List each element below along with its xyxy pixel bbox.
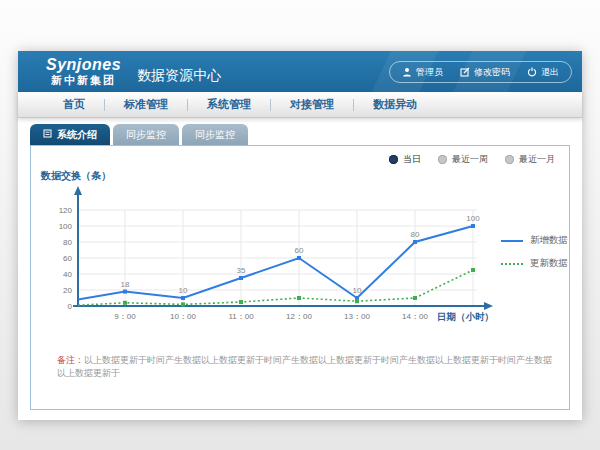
logo-name: Synjones bbox=[46, 56, 121, 74]
app-window: Synjones 新中新集团 数据资源中心 管理员 修改密码 退出 bbox=[18, 51, 582, 420]
svg-text:10: 10 bbox=[353, 286, 362, 295]
user-icon bbox=[402, 67, 412, 77]
logo-subtitle: 新中新集团 bbox=[46, 74, 121, 87]
nav-item-standards[interactable]: 标准管理 bbox=[105, 97, 187, 112]
edit-icon bbox=[460, 67, 470, 77]
svg-text:11：00: 11：00 bbox=[228, 312, 254, 321]
svg-text:14：00: 14：00 bbox=[402, 312, 428, 321]
svg-text:18: 18 bbox=[121, 280, 130, 289]
main-nav: 首页 标准管理 系统管理 对接管理 数据异动 bbox=[18, 92, 582, 118]
chart-legend: 新增数据 更新数据 bbox=[501, 234, 568, 270]
document-icon bbox=[43, 129, 52, 140]
svg-text:20: 20 bbox=[63, 286, 72, 295]
svg-text:35: 35 bbox=[237, 266, 246, 275]
svg-text:9：00: 9：00 bbox=[114, 312, 136, 321]
footnote: 备注：以上数据更新于时间产生数据以上数据更新于时间产生数据以上数据更新于时间产生… bbox=[57, 354, 555, 379]
radio-dot bbox=[438, 155, 447, 164]
legend-label: 新增数据 bbox=[530, 234, 568, 247]
tab-sync-monitor-2[interactable]: 同步监控 bbox=[182, 124, 248, 145]
user-toolbar: 管理员 修改密码 退出 bbox=[389, 61, 572, 83]
legend-line-sample-solid bbox=[501, 240, 523, 242]
footnote-text: 以上数据更新于时间产生数据以上数据更新于时间产生数据以上数据更新于时间产生数据以… bbox=[57, 355, 552, 378]
page-title: 数据资源中心 bbox=[137, 67, 221, 85]
svg-text:0: 0 bbox=[68, 302, 73, 311]
logout-label: 退出 bbox=[541, 66, 559, 79]
line-chart: 0204060801001209：0010：0011：0012：0013：001… bbox=[33, 184, 573, 336]
change-password-button[interactable]: 修改密码 bbox=[460, 66, 510, 79]
nav-item-home[interactable]: 首页 bbox=[44, 97, 104, 112]
content-area: 系统介绍 同步监控 同步监控 当日 最近一周 bbox=[18, 118, 582, 420]
radio-today[interactable]: 当日 bbox=[389, 153, 421, 166]
svg-text:10: 10 bbox=[179, 286, 188, 295]
change-password-label: 修改密码 bbox=[474, 66, 510, 79]
svg-text:60: 60 bbox=[295, 246, 304, 255]
radio-dot bbox=[389, 155, 398, 164]
radio-label: 最近一月 bbox=[519, 153, 555, 166]
chart-panel: 当日 最近一周 最近一月 数据交换（条） 0204060801001209：00… bbox=[30, 145, 570, 410]
tab-bar: 系统介绍 同步监控 同步监控 bbox=[30, 124, 248, 145]
app-header: Synjones 新中新集团 数据资源中心 管理员 修改密码 退出 bbox=[18, 51, 582, 92]
tab-label: 系统介绍 bbox=[57, 128, 97, 142]
current-user-button[interactable]: 管理员 bbox=[402, 66, 443, 79]
legend-item-updated-data: 更新数据 bbox=[501, 257, 568, 270]
svg-text:日期（小时）: 日期（小时） bbox=[437, 311, 494, 323]
legend-item-new-data: 新增数据 bbox=[501, 234, 568, 247]
tab-sync-monitor-1[interactable]: 同步监控 bbox=[113, 124, 179, 145]
time-range-filter: 当日 最近一周 最近一月 bbox=[389, 153, 555, 166]
svg-text:100: 100 bbox=[59, 222, 73, 231]
radio-label: 当日 bbox=[403, 153, 421, 166]
nav-item-system[interactable]: 系统管理 bbox=[188, 97, 270, 112]
y-axis-title: 数据交换（条） bbox=[41, 169, 111, 183]
radio-dot bbox=[505, 155, 514, 164]
nav-item-interface[interactable]: 对接管理 bbox=[271, 97, 353, 112]
company-logo: Synjones 新中新集团 bbox=[46, 56, 121, 87]
svg-text:100: 100 bbox=[466, 214, 480, 223]
radio-last-week[interactable]: 最近一周 bbox=[438, 153, 488, 166]
legend-line-sample-dotted bbox=[501, 263, 523, 265]
svg-text:13：00: 13：00 bbox=[344, 312, 370, 321]
svg-text:120: 120 bbox=[59, 206, 73, 215]
current-user-label: 管理员 bbox=[416, 66, 443, 79]
svg-text:60: 60 bbox=[63, 254, 72, 263]
power-icon bbox=[527, 67, 537, 77]
legend-label: 更新数据 bbox=[530, 257, 568, 270]
tab-label: 同步监控 bbox=[195, 128, 235, 142]
tab-system-intro[interactable]: 系统介绍 bbox=[30, 124, 110, 145]
footnote-label: 备注： bbox=[57, 355, 84, 365]
svg-text:10：00: 10：00 bbox=[170, 312, 196, 321]
tab-label: 同步监控 bbox=[126, 128, 166, 142]
nav-item-data-change[interactable]: 数据异动 bbox=[354, 97, 436, 112]
logout-button[interactable]: 退出 bbox=[527, 66, 559, 79]
svg-text:12：00: 12：00 bbox=[286, 312, 312, 321]
svg-text:40: 40 bbox=[63, 270, 72, 279]
radio-last-month[interactable]: 最近一月 bbox=[505, 153, 555, 166]
svg-text:80: 80 bbox=[63, 238, 72, 247]
radio-label: 最近一周 bbox=[452, 153, 488, 166]
svg-text:80: 80 bbox=[411, 230, 420, 239]
